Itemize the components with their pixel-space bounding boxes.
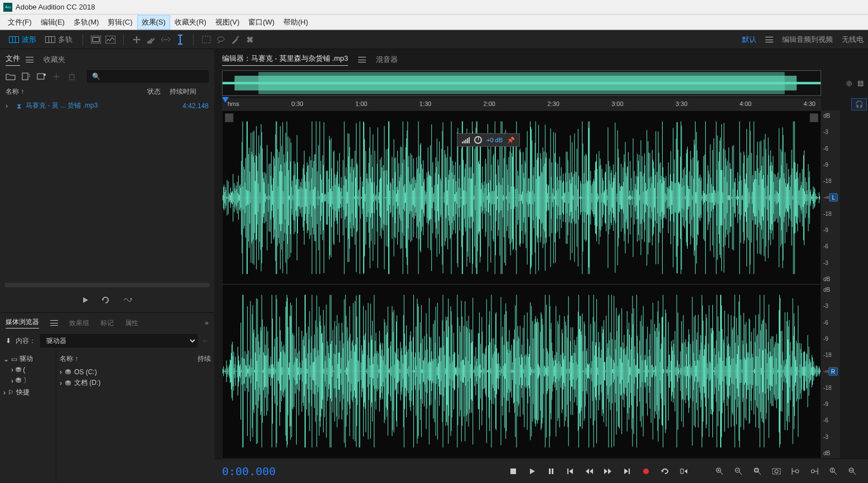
menu-multitrack[interactable]: 多轨(M) bbox=[69, 15, 104, 30]
svg-rect-1502 bbox=[510, 351, 511, 392]
svg-rect-24 bbox=[225, 187, 225, 209]
tab-properties[interactable]: 属性 bbox=[125, 318, 138, 328]
zoom-in-point-button[interactable] bbox=[788, 463, 803, 479]
time-selection-tool-icon[interactable] bbox=[175, 34, 186, 45]
tab-effects-rack[interactable]: 效果组 bbox=[69, 318, 89, 328]
skip-selection-button[interactable] bbox=[676, 463, 692, 479]
new-multitrack-icon[interactable] bbox=[37, 73, 47, 80]
pin-icon[interactable]: 📌 bbox=[507, 137, 515, 144]
autoplay-icon[interactable] bbox=[123, 296, 133, 306]
menu-clip[interactable]: 剪辑(C) bbox=[103, 15, 137, 30]
menu-view[interactable]: 视图(V) bbox=[211, 15, 244, 30]
heal-tool-icon[interactable] bbox=[244, 34, 255, 45]
tree-drive-c[interactable]: › ⛃ ( bbox=[3, 365, 52, 375]
tab-files[interactable]: 文件 bbox=[6, 54, 20, 66]
menu-help[interactable]: 帮助(H) bbox=[279, 15, 312, 30]
go-start-button[interactable] bbox=[562, 463, 578, 479]
view-mode-icon[interactable]: ▤ bbox=[857, 79, 864, 87]
files-col-name[interactable]: 名称 ↑ bbox=[6, 87, 147, 96]
download-icon[interactable]: ⬇ bbox=[6, 337, 11, 345]
files-scrollbar[interactable] bbox=[4, 283, 210, 287]
menu-effects[interactable]: 效果(S) bbox=[137, 15, 170, 30]
lasso-tool-icon[interactable] bbox=[215, 34, 226, 45]
file-row[interactable]: › ⧗ 马赛克 - 莫 ... 货铺 .mp3 4:42.148 bbox=[0, 99, 214, 113]
insert-icon[interactable] bbox=[52, 73, 62, 80]
menu-file[interactable]: 文件(F) bbox=[3, 15, 36, 30]
tab-favorites[interactable]: 收藏夹 bbox=[44, 55, 65, 65]
menu-window[interactable]: 窗口(W) bbox=[244, 15, 279, 30]
workspace-default[interactable]: 默认 bbox=[742, 35, 756, 45]
menu-favorites[interactable]: 收藏夹(R) bbox=[170, 15, 211, 30]
tab-media-browser[interactable]: 媒体浏览器 bbox=[6, 317, 39, 329]
zoom-out-button[interactable] bbox=[731, 463, 746, 479]
loop-preview-icon[interactable] bbox=[102, 296, 110, 306]
files-col-status[interactable]: 状态 bbox=[147, 87, 170, 96]
hud-toggle-icon[interactable] bbox=[90, 34, 102, 45]
timeline-ruler[interactable]: hms 0:30 1:00 1:30 2:00 2:30 3:00 3:30 4… bbox=[222, 98, 821, 110]
spectral-toggle-icon[interactable] bbox=[105, 34, 116, 45]
gain-dial-icon[interactable] bbox=[474, 136, 482, 144]
tab-markers[interactable]: 标记 bbox=[100, 318, 114, 328]
go-end-button[interactable] bbox=[619, 463, 635, 479]
svg-rect-510 bbox=[515, 145, 516, 250]
svg-rect-1880 bbox=[736, 318, 737, 424]
zoom-vert-out-button[interactable] bbox=[845, 463, 860, 479]
back-icon[interactable]: ← bbox=[202, 337, 209, 345]
content-dropdown[interactable]: 驱动器 bbox=[40, 334, 197, 347]
panel-menu-icon[interactable] bbox=[26, 57, 33, 62]
tree-drives[interactable]: ⌄ ▭ 驱动 bbox=[3, 353, 52, 365]
brush-tool-icon[interactable] bbox=[230, 34, 241, 45]
tree-shortcut[interactable]: › ⚐ 快捷 bbox=[3, 387, 52, 398]
drive-row[interactable]: › ⛃ 文档 (D:) bbox=[60, 377, 211, 389]
delete-icon[interactable] bbox=[68, 73, 78, 80]
mode-waveform-button[interactable]: 波形 bbox=[4, 32, 41, 47]
loop-button[interactable] bbox=[657, 463, 673, 479]
svg-rect-352 bbox=[421, 164, 422, 231]
svg-rect-116 bbox=[280, 126, 281, 269]
forward-button[interactable] bbox=[600, 463, 616, 479]
marquee-tool-icon[interactable] bbox=[201, 34, 212, 45]
workspace-edit-to-video[interactable]: 编辑音频到视频 bbox=[782, 35, 833, 45]
zoom-out-point-button[interactable] bbox=[807, 463, 822, 479]
play-preview-icon[interactable] bbox=[81, 296, 89, 306]
panel-menu-icon[interactable] bbox=[358, 57, 366, 62]
more-tabs-icon[interactable]: » bbox=[205, 319, 209, 327]
zoom-vert-in-button[interactable] bbox=[826, 463, 841, 479]
channel-right-badge[interactable]: R bbox=[828, 368, 838, 376]
search-input[interactable]: 🔍 bbox=[87, 70, 209, 83]
rewind-button[interactable] bbox=[581, 463, 597, 479]
zoom-full-button[interactable] bbox=[750, 463, 765, 479]
workspace-menu-icon[interactable] bbox=[765, 37, 773, 42]
record-button[interactable] bbox=[638, 463, 654, 479]
stop-button[interactable] bbox=[505, 463, 521, 479]
zoom-nav-icon[interactable]: ◎ bbox=[846, 79, 852, 87]
slip-tool-icon[interactable] bbox=[160, 34, 171, 45]
panel-menu-icon[interactable] bbox=[50, 320, 58, 326]
zoom-selection-button[interactable] bbox=[769, 463, 784, 479]
overview-waveform[interactable] bbox=[222, 70, 821, 96]
channel-left-badge[interactable]: L bbox=[829, 194, 838, 202]
svg-rect-1048 bbox=[239, 360, 239, 381]
play-button[interactable] bbox=[524, 463, 540, 479]
open-file-icon[interactable] bbox=[6, 73, 16, 80]
expand-icon[interactable]: › bbox=[6, 102, 12, 110]
svg-rect-996 bbox=[806, 182, 807, 214]
new-file-icon[interactable] bbox=[21, 73, 31, 80]
mode-multitrack-button[interactable]: 多轨 bbox=[41, 32, 77, 47]
move-tool-icon[interactable] bbox=[131, 34, 142, 45]
tab-mixer[interactable]: 混音器 bbox=[376, 55, 398, 65]
waveform-display[interactable]: +0 dB 📌 bbox=[222, 110, 821, 458]
volume-hud[interactable]: +0 dB 📌 bbox=[457, 133, 520, 147]
tree-drive-d[interactable]: › ⛃ 〕 bbox=[3, 375, 52, 387]
playhead-icon[interactable] bbox=[222, 97, 229, 103]
pause-button[interactable] bbox=[543, 463, 559, 479]
files-col-duration[interactable]: 持续时间 bbox=[170, 87, 209, 96]
drive-row[interactable]: › ⛃ OS (C:) bbox=[60, 367, 211, 377]
razor-tool-icon[interactable] bbox=[146, 34, 157, 45]
workspace-wireless[interactable]: 无线电 bbox=[842, 35, 864, 45]
timecode-display[interactable]: 0:00.000 bbox=[222, 465, 276, 478]
tab-editor[interactable]: 编辑器：马赛克 - 莫里森与杂货铺 .mp3 bbox=[222, 54, 348, 66]
menu-edit[interactable]: 编辑(E) bbox=[36, 15, 69, 30]
zoom-in-button[interactable] bbox=[712, 463, 727, 479]
headphone-icon[interactable]: 🎧 bbox=[851, 98, 867, 110]
